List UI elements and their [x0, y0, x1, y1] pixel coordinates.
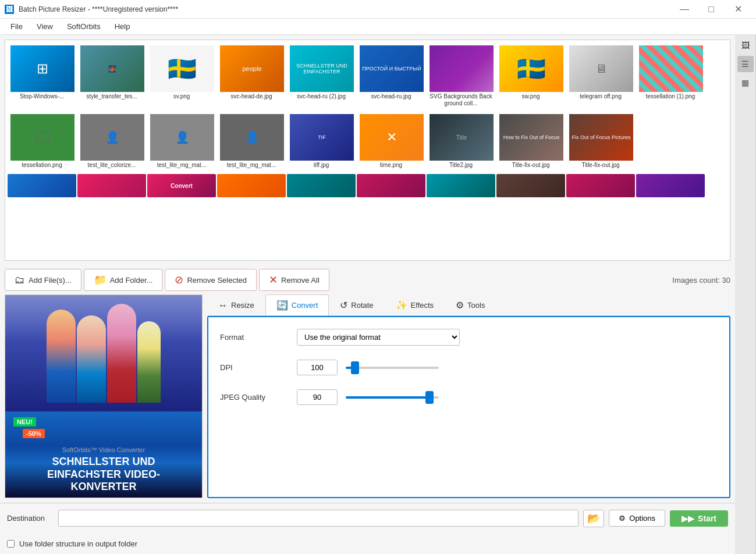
- strip-item[interactable]: [496, 174, 565, 197]
- gallery-label: svc-head-ru (2).jpg: [290, 93, 353, 100]
- menu-bar: File View SoftOrbits Help: [0, 19, 756, 35]
- gallery-item[interactable]: ⊞ Stop-Windows-...: [8, 42, 76, 110]
- gallery-item[interactable]: 🇸🇪 sw.png: [496, 42, 565, 110]
- tab-convert[interactable]: 🔄 Convert: [265, 294, 329, 315]
- jpeg-quality-slider-track[interactable]: [346, 396, 439, 399]
- menu-help[interactable]: Help: [109, 20, 136, 33]
- strip-item[interactable]: [357, 174, 425, 197]
- strip-item[interactable]: [287, 174, 356, 197]
- close-button[interactable]: ✕: [725, 0, 751, 19]
- strip-item[interactable]: Convert: [147, 174, 216, 197]
- maximize-button[interactable]: □: [698, 0, 725, 19]
- format-control: Use the original format JPEG PNG BMP TIF…: [297, 329, 718, 346]
- add-files-button[interactable]: 🗂 Add File(s)...: [5, 269, 81, 291]
- strip-item[interactable]: [8, 174, 76, 197]
- strip-item[interactable]: [77, 174, 146, 197]
- start-label: Start: [698, 514, 716, 523]
- gallery-label: test_lite_mg_mat...: [150, 162, 213, 169]
- dpi-slider-track[interactable]: [346, 367, 439, 369]
- gallery-item[interactable]: 🌉 style_transfer_tes...: [77, 42, 146, 110]
- tab-tools[interactable]: ⚙ Tools: [445, 294, 496, 315]
- tools-icon: ⚙: [456, 300, 464, 311]
- menu-softorbits[interactable]: SoftOrbits: [61, 20, 107, 33]
- preview-image-top: [5, 295, 202, 411]
- gallery-label: time.png: [360, 162, 423, 169]
- gallery-item[interactable]: 🖥 telegram off.png: [566, 42, 635, 110]
- toolbar: 🗂 Add File(s)... 📁 Add Folder... ⊘ Remov…: [0, 265, 735, 294]
- gallery-item[interactable]: people svc-head-de.jpg: [217, 42, 286, 110]
- tabs-bar: ↔ Resize 🔄 Convert ↺ Rotate ✨ Effects: [207, 294, 730, 316]
- destination-input[interactable]: [58, 510, 578, 527]
- strip-item[interactable]: [566, 174, 635, 197]
- gallery-item[interactable]: 🇸🇪 sv.png: [147, 42, 216, 110]
- sidebar-grid-btn[interactable]: ▦: [737, 74, 754, 91]
- gallery-label: sv.png: [150, 93, 213, 100]
- resize-icon: ↔: [218, 300, 228, 311]
- menu-file[interactable]: File: [5, 20, 29, 33]
- ad-neu-badge: NEU!: [13, 417, 36, 427]
- tab-resize[interactable]: ↔ Resize: [207, 295, 265, 315]
- gallery-item[interactable]: ⬡ tessellation.png: [8, 111, 76, 172]
- gallery-item[interactable]: tessellation (1).png: [636, 42, 705, 110]
- gallery-item[interactable]: Fix Out of Focus Pictures Title-fix-out.…: [566, 111, 635, 172]
- gallery-label: test_lite_colorize...: [80, 162, 143, 169]
- tab-rotate-label: Rotate: [351, 301, 373, 310]
- gallery-item[interactable]: 👤 test_lite_mg_mat...: [147, 111, 216, 172]
- remove-selected-label: Remove Selected: [187, 276, 247, 285]
- jpeg-quality-input[interactable]: 90: [297, 389, 338, 405]
- app-container: ⊞ Stop-Windows-... 🌉 style_transfer_tes.…: [0, 35, 756, 554]
- gallery-item[interactable]: How to Fix Out of Focus Title-fix-out.jp…: [496, 111, 565, 172]
- jpeg-quality-slider-thumb[interactable]: [425, 391, 434, 404]
- gallery-label: SVG Backgrounds Background coll...: [430, 93, 492, 107]
- options-button[interactable]: ⚙ Options: [609, 510, 665, 527]
- strip-item[interactable]: [427, 174, 495, 197]
- add-folder-icon: 📁: [94, 274, 107, 286]
- menu-view[interactable]: View: [31, 20, 59, 33]
- gallery-label: test_lite_mg_mat...: [220, 162, 283, 169]
- effects-icon: ✨: [396, 300, 407, 311]
- gallery-label: Title-fix-out.jpg: [569, 162, 632, 169]
- minimize-button[interactable]: —: [671, 0, 698, 19]
- options-label: Options: [629, 514, 655, 523]
- gallery-section[interactable]: ⊞ Stop-Windows-... 🌉 style_transfer_tes.…: [5, 40, 730, 261]
- gallery-item[interactable]: ПРОСТОЙ И БЫСТРЫЙ svc-head-ru.jpg: [357, 42, 425, 110]
- sidebar-photos-btn[interactable]: 🖼: [737, 37, 754, 54]
- add-folder-label: Add Folder...: [110, 276, 153, 285]
- gallery-item[interactable]: 👤 test_lite_mg_mat...: [217, 111, 286, 172]
- title-bar-left: 🖼 Batch Picture Resizer - ****Unregister…: [5, 5, 178, 14]
- gallery-label: telegram off.png: [569, 93, 632, 100]
- destination-browse-button[interactable]: 📂: [583, 510, 604, 527]
- dpi-slider-thumb[interactable]: [351, 361, 359, 374]
- remove-selected-icon: ⊘: [175, 274, 183, 286]
- remove-all-icon: ✕: [269, 274, 278, 286]
- tab-effects[interactable]: ✨ Effects: [385, 294, 445, 315]
- gallery-label: tessellation.png: [10, 162, 73, 169]
- remove-all-button[interactable]: ✕ Remove All: [259, 269, 329, 291]
- gallery-item[interactable]: TIF tiff.jpg: [287, 111, 356, 172]
- gallery-item[interactable]: SVG Backgrounds Background coll...: [427, 42, 495, 110]
- gallery-strip-row: Convert: [5, 174, 730, 200]
- add-files-icon: 🗂: [15, 274, 25, 286]
- main-content: ⊞ Stop-Windows-... 🌉 style_transfer_tes.…: [0, 35, 756, 554]
- strip-item[interactable]: [217, 174, 286, 197]
- sidebar-list-btn[interactable]: ☰: [737, 56, 754, 72]
- gallery-label: svc-head-de.jpg: [220, 93, 283, 100]
- folder-structure-checkbox[interactable]: [7, 540, 15, 548]
- tab-convert-label: Convert: [292, 301, 318, 310]
- gallery-grid: ⊞ Stop-Windows-... 🌉 style_transfer_tes.…: [5, 40, 730, 174]
- preview-pane: -50% NEU! SoftOrbits™ Video Converter SC…: [5, 294, 203, 498]
- gallery-item[interactable]: ✕ time.png: [357, 111, 425, 172]
- dpi-input[interactable]: 100: [297, 360, 338, 375]
- gallery-item[interactable]: 👤 test_lite_colorize...: [77, 111, 146, 172]
- format-select[interactable]: Use the original format JPEG PNG BMP TIF…: [297, 329, 460, 346]
- gallery-item[interactable]: SCHNELLSTER UND EINFACHSTER svc-head-ru …: [287, 42, 356, 110]
- start-button[interactable]: ▶▶ Start: [670, 510, 728, 527]
- folder-structure-label[interactable]: Use folder structure in output folder: [19, 539, 137, 548]
- strip-item[interactable]: [636, 174, 705, 197]
- gallery-item[interactable]: Title Title2.jpg: [427, 111, 495, 172]
- remove-selected-button[interactable]: ⊘ Remove Selected: [165, 269, 257, 291]
- add-folder-button[interactable]: 📁 Add Folder...: [84, 269, 163, 291]
- format-label: Format: [220, 333, 290, 342]
- ad-tagline: SCHNELLSTER UND EINFACHSTER VIDEO-KONVER…: [17, 456, 190, 493]
- tab-rotate[interactable]: ↺ Rotate: [329, 294, 384, 315]
